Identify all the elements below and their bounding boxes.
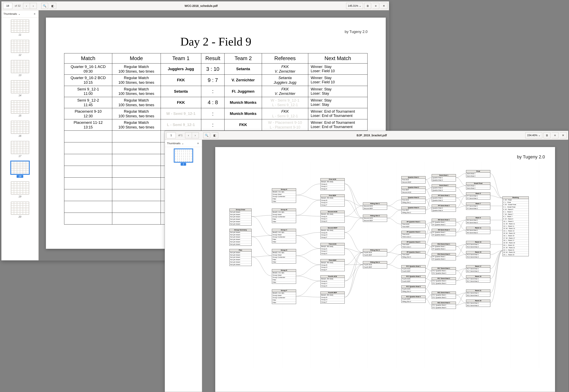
bracket-node-row: Quarter-final 3 (432, 179, 456, 182)
thumbnail-item[interactable]: 1 (165, 149, 202, 166)
thumbnail-item[interactable]: 13 (1, 60, 38, 77)
bracket-node: R17 Semi-final 2P17 Quarter-final 2P17 Q… (432, 277, 456, 285)
table-cell (64, 177, 112, 189)
thumbnail-item[interactable]: 19 (1, 182, 38, 198)
thumbnail-item[interactable]: 16 (1, 121, 38, 137)
thumbnail-item[interactable]: 11 (1, 20, 38, 36)
table-cell: FKK (161, 75, 201, 86)
table-cell: Regular Match100 Stones, two times (112, 86, 161, 97)
bracket-node-title: Quarter-final 2 (402, 186, 425, 189)
thumbnail-item[interactable]: 12 (1, 40, 38, 56)
sidebar-icon: ◧ (51, 4, 54, 7)
bracket-node-title: Rank 23 (466, 300, 490, 302)
table-row: Placement 11-1213:15Regular Match100 Sto… (64, 119, 368, 130)
thumbnail-item[interactable]: 17 (1, 141, 38, 158)
close-button[interactable]: ✕ (380, 3, 387, 9)
bracket-node-title: Rank 15 (466, 251, 490, 254)
sidebar-toggle-button[interactable]: ◧ (211, 132, 218, 138)
bracket-node-title: Group D (272, 249, 296, 252)
bracket-node-row: Best(4, 4M strat) (321, 197, 345, 199)
bracket-node: R13 Semi-final 2FF Quarter-final 2FF Qua… (432, 253, 456, 260)
next-page-button[interactable]: › (30, 3, 37, 9)
chevron-down-icon[interactable]: ⌄ (18, 12, 20, 15)
thumbnail-item[interactable]: 14 (1, 80, 38, 97)
close-button[interactable]: ✕ (560, 132, 567, 138)
bracket-node-row: R17 Semi-final 1 (466, 268, 490, 270)
thumbnail-item[interactable]: 15 (1, 100, 38, 117)
bracket-node-row: R13 Semi-final 1 (466, 254, 490, 256)
search-button[interactable]: 🔍 (41, 3, 48, 9)
menu-button[interactable]: ≡ (552, 132, 558, 138)
search-button[interactable]: 🔍 (203, 132, 210, 138)
thumbnail-number: 19 (19, 195, 21, 198)
bracket-node-row: Group F (321, 204, 345, 206)
bracket-node-row: Not yet drawn (230, 241, 251, 243)
bracket-node-title: FF Semi-final 2 (432, 205, 456, 207)
bracket-node-title: Filling Slot 4 (363, 261, 387, 264)
bracket-node: Filling Slot 2Second ACESecond BDF (363, 215, 387, 222)
table-cell: Regular Match100 Stones, two times (112, 119, 161, 130)
menu-button[interactable]: ≡ (372, 3, 379, 9)
thumbnail-number: 12 (19, 54, 21, 56)
bracket-node-row: FF Semi-final 2 (466, 197, 490, 200)
bracket-node: Group EBest(5, rnd, bjb)Group HeadGroup … (272, 269, 296, 284)
bracket-node-row: First BDF (402, 209, 425, 211)
thumbnail-item[interactable]: 18 (1, 161, 38, 178)
table-cell: 4 : 8 (201, 97, 224, 108)
properties-button[interactable]: 🗎 (364, 3, 371, 9)
thumbnail-number: 16 (19, 135, 21, 137)
page-viewport[interactable]: by Tugeny 2.0 Group DrawNot yet drawnNot… (202, 140, 568, 392)
chevron-down-icon[interactable]: ⌄ (182, 142, 184, 145)
thumbnails-list[interactable]: 1 (165, 147, 202, 392)
zoom-dropdown[interactable]: 145.31% ⌄ (346, 3, 363, 9)
properties-button[interactable]: 🗎 (543, 132, 550, 138)
bracket-node: Rank 11R9 Semi-final 1R9 Semi-final 2 (466, 227, 490, 234)
prev-page-button[interactable]: ‹ (185, 132, 192, 138)
table-cell (112, 213, 161, 224)
bracket-node-row: 13. W - Rank 13 (503, 227, 528, 230)
bracket-node-title: Filling Slot 1 (363, 203, 387, 205)
bracket-node-row: Group Head (272, 234, 296, 236)
table-cell (64, 213, 112, 224)
close-icon: ✕ (562, 134, 564, 137)
bracket-node: P17 Quarter-final 4Fourth BDFFilling Slo… (401, 295, 426, 303)
prev-page-button[interactable]: ‹ (23, 3, 30, 9)
bracket-node-row: Best(4, 4M strat) (321, 229, 345, 232)
bracket-node-row: Filling Slot 4 (402, 301, 425, 303)
bracket-node-row: P17 Quarter-final 2 (432, 280, 456, 282)
toolbar: of 1 ‹ › 🔍 ◧ BJP_2019_bracket.pdf 154.40… (165, 131, 568, 140)
table-cell: Placement 11-1213:15 (64, 119, 112, 130)
table-cell (112, 130, 161, 142)
bracket-node-row: R21 Semi-final 1 (466, 302, 490, 305)
table-row: Placement 9-1012:30Regular Match100 Ston… (64, 108, 368, 119)
bracket-node-row: First BDF (402, 189, 425, 191)
bracket-node-row: Filler (272, 259, 296, 261)
table-header: Team 2 (224, 53, 262, 64)
bracket-node-title: Third BDF (321, 259, 345, 262)
bracket-node-row: P17 Quarter-final 3 (432, 296, 456, 299)
side-panel-close-button[interactable]: ✕ (33, 12, 36, 16)
table-cell: L - Semi 9_12-1 (161, 119, 201, 130)
bracket-node-row: First ACE (402, 179, 425, 181)
sidebar-toggle-button[interactable]: ◧ (49, 3, 56, 9)
bracket-node-row: 20. L - Rank 19 (503, 244, 528, 247)
thumbnails-list[interactable]: 11121314151617181920 (1, 18, 38, 260)
bracket-node-row: 9. W - Rank 9 (503, 218, 528, 221)
bracket-node-title: R9 Semi-final 2 (432, 229, 456, 231)
bracket-node-title: R13 Semi-final 1 (432, 243, 456, 246)
thumbnail-item[interactable]: 20 (1, 202, 38, 218)
page-number-input[interactable] (167, 132, 176, 138)
bracket-node: Third ACEBest(4, 4M strat)Group AGroup C… (320, 243, 345, 255)
bracket-node-row: Not yet drawn (230, 261, 251, 264)
zoom-dropdown[interactable]: 154.40% ⌄ (525, 132, 542, 138)
table-cell: FKK (224, 119, 262, 130)
document-icon: 🗎 (366, 4, 369, 7)
side-panel-close-button[interactable]: ✕ (196, 141, 200, 145)
page-number-input[interactable] (3, 3, 12, 9)
bracket-node-title: Fourth ACE (321, 276, 345, 278)
bracket-node-row: Not yet drawn (230, 252, 251, 254)
bracket-node-row: Quarter-final 3 (432, 199, 456, 202)
bracket-node-row: FF Quarter-final 3 (432, 248, 456, 250)
next-page-button[interactable]: › (192, 132, 199, 138)
bracket-node-row: Second BDF (363, 220, 387, 222)
